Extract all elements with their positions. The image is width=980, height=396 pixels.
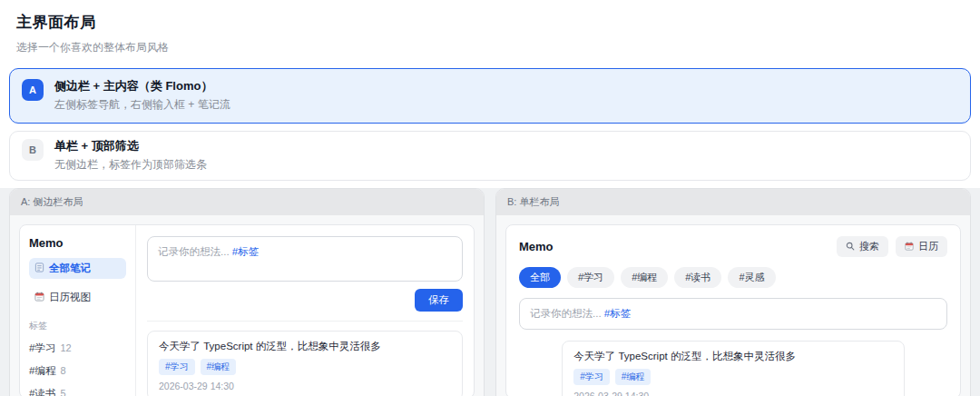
calendar-icon bbox=[905, 242, 914, 252]
preview-panel-a: A: 侧边栏布局 Memo 全部笔记 日历视图 bbox=[9, 188, 485, 396]
panel-b-header: B: 单栏布局 bbox=[496, 189, 970, 215]
tag-name: #学习 bbox=[29, 342, 55, 353]
sidebar-tag-reading[interactable]: #读书5 bbox=[29, 387, 126, 396]
sidebar-tag-coding[interactable]: #编程8 bbox=[29, 364, 126, 378]
note-timestamp: 2026-03-29 14:30 bbox=[573, 391, 893, 396]
sidebar-item-all-notes[interactable]: 全部笔记 bbox=[29, 258, 126, 279]
option-a-badge: A bbox=[22, 79, 44, 101]
filter-inspiration[interactable]: #灵感 bbox=[728, 267, 775, 288]
tag-name: #编程 bbox=[29, 365, 55, 376]
layout-option-b[interactable]: B 单栏 + 顶部筛选 无侧边栏，标签作为顶部筛选条 bbox=[9, 131, 971, 181]
save-row: 保存 bbox=[147, 289, 463, 312]
page-subtitle: 选择一个你喜欢的整体布局风格 bbox=[16, 40, 971, 55]
tag-count: 8 bbox=[60, 365, 65, 376]
option-b-text: 单栏 + 顶部筛选 无侧边栏，标签作为顶部筛选条 bbox=[54, 139, 207, 173]
preview-panel-b: B: 单栏布局 Memo 搜索 bbox=[495, 188, 971, 396]
topbar-actions: 搜索 日历 bbox=[837, 236, 947, 257]
filter-reading[interactable]: #读书 bbox=[674, 267, 721, 288]
option-b-badge: B bbox=[22, 139, 44, 161]
note-input[interactable]: 记录你的想法... #标签 bbox=[147, 236, 463, 282]
mock-app-single-column-layout: Memo 搜索 日历 bbox=[505, 224, 961, 396]
note-card: 今天学了 TypeScript 的泛型，比想象中灵活很多 #学习 #编程 202… bbox=[562, 341, 905, 396]
option-b-title: 单栏 + 顶部筛选 bbox=[54, 139, 207, 153]
layout-previews: A: 侧边栏布局 Memo 全部笔记 日历视图 bbox=[0, 188, 980, 396]
note-timestamp: 2026-03-29 14:30 bbox=[159, 381, 451, 391]
mock-b-topbar: Memo 搜索 日历 bbox=[519, 236, 947, 257]
mock-main-feed: 记录你的想法... #标签 保存 今天学了 TypeScript 的泛型，比想象… bbox=[136, 225, 474, 396]
tag-count: 5 bbox=[60, 388, 65, 396]
panel-a-header: A: 侧边栏布局 bbox=[10, 189, 484, 215]
tags-section-label: 标签 bbox=[29, 320, 126, 332]
panel-b-body: Memo 搜索 日历 bbox=[496, 215, 970, 396]
sidebar-item-label: 全部笔记 bbox=[49, 262, 91, 275]
sidebar-tag-study[interactable]: #学习12 bbox=[29, 342, 126, 355]
filter-all[interactable]: 全部 bbox=[519, 267, 561, 288]
notes-icon bbox=[34, 262, 44, 274]
calendar-button-label: 日历 bbox=[918, 240, 938, 253]
note-tag-pill: #学习 bbox=[573, 369, 610, 385]
search-button-label: 搜索 bbox=[859, 240, 879, 253]
note-input[interactable]: 记录你的想法... #标签 bbox=[519, 298, 947, 330]
save-button[interactable]: 保存 bbox=[415, 289, 463, 312]
input-placeholder: 记录你的想法... bbox=[530, 308, 602, 319]
filter-study[interactable]: #学习 bbox=[567, 267, 614, 288]
search-icon bbox=[846, 242, 855, 252]
sidebar-item-calendar-view[interactable]: 日历视图 bbox=[29, 287, 126, 308]
tag-filter-bar: 全部 #学习 #编程 #读书 #灵感 bbox=[519, 267, 947, 288]
tag-count: 12 bbox=[60, 342, 71, 353]
option-a-title: 侧边栏 + 主内容（类 Flomo） bbox=[54, 79, 230, 94]
input-placeholder-tag: #标签 bbox=[604, 308, 631, 319]
filter-coding[interactable]: #编程 bbox=[621, 267, 668, 288]
mock-app-sidebar-layout: Memo 全部笔记 日历视图 标签 bbox=[19, 224, 475, 396]
sidebar-item-label: 日历视图 bbox=[49, 291, 91, 304]
panel-a-body: Memo 全部笔记 日历视图 标签 bbox=[10, 215, 484, 396]
input-placeholder-tag: #标签 bbox=[232, 246, 259, 257]
page-title: 主界面布局 bbox=[16, 12, 971, 33]
note-text: 今天学了 TypeScript 的泛型，比想象中灵活很多 bbox=[573, 350, 893, 363]
calendar-button[interactable]: 日历 bbox=[896, 236, 947, 257]
input-placeholder: 记录你的想法... bbox=[158, 246, 230, 257]
option-b-description: 无侧边栏，标签作为顶部筛选条 bbox=[54, 157, 207, 173]
note-tag-pill: #编程 bbox=[615, 369, 652, 385]
note-tag-pill: #学习 bbox=[159, 359, 195, 375]
option-a-description: 左侧标签导航，右侧输入框 + 笔记流 bbox=[54, 97, 230, 113]
search-button[interactable]: 搜索 bbox=[837, 236, 888, 257]
tag-name: #读书 bbox=[29, 388, 55, 396]
app-title: Memo bbox=[29, 236, 126, 250]
layout-settings-section: 主界面布局 选择一个你喜欢的整体布局风格 A 侧边栏 + 主内容（类 Flomo… bbox=[0, 0, 980, 188]
calendar-icon bbox=[34, 292, 44, 303]
layout-option-a[interactable]: A 侧边栏 + 主内容（类 Flomo） 左侧标签导航，右侧输入框 + 笔记流 bbox=[9, 68, 971, 124]
app-title: Memo bbox=[519, 240, 554, 253]
feed-divider bbox=[147, 321, 463, 322]
option-a-text: 侧边栏 + 主内容（类 Flomo） 左侧标签导航，右侧输入框 + 笔记流 bbox=[54, 79, 230, 113]
note-card: 今天学了 TypeScript 的泛型，比想象中灵活很多 #学习 #编程 202… bbox=[147, 331, 463, 396]
note-text: 今天学了 TypeScript 的泛型，比想象中灵活很多 bbox=[159, 340, 451, 353]
note-tags: #学习 #编程 bbox=[573, 369, 893, 385]
note-tags: #学习 #编程 bbox=[159, 359, 451, 375]
mock-sidebar: Memo 全部笔记 日历视图 标签 bbox=[20, 225, 136, 396]
note-tag-pill: #编程 bbox=[201, 359, 237, 375]
